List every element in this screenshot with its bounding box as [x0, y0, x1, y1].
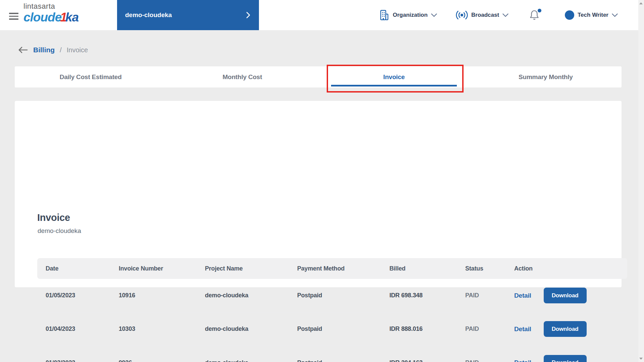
- table-body: 01/05/2023 10916 demo-cloudeka Postpaid …: [37, 279, 627, 362]
- broadcast-label: Broadcast: [471, 12, 499, 18]
- broadcast-menu[interactable]: Broadcast: [456, 0, 508, 30]
- user-menu[interactable]: Tech Writer: [565, 0, 618, 30]
- invoice-card: Invoice demo-cloudeka Date Invoice Numbe…: [15, 101, 622, 287]
- organization-building-icon: [378, 9, 389, 21]
- organization-label: Organization: [393, 12, 428, 18]
- column-header-billed: Billed: [381, 265, 457, 272]
- chevron-down-icon: [612, 13, 618, 17]
- table-header: Date Invoice Number Project Name Payment…: [37, 258, 627, 279]
- cell-invoice-number: 10303: [110, 325, 197, 333]
- cell-status: PAID: [457, 292, 506, 299]
- user-name: Tech Writer: [578, 12, 608, 18]
- broadcast-icon: [456, 10, 468, 20]
- billing-tabs: Daily Cost Estimated Monthly Cost Invoic…: [15, 66, 622, 87]
- detail-link[interactable]: Detail: [514, 292, 531, 299]
- logo-lintasarta-text: lintasarta: [23, 3, 78, 10]
- cell-billed: IDR 698.348: [381, 292, 457, 299]
- menu-icon[interactable]: [9, 13, 18, 20]
- cloudeka-logo: lintasarta cloude1ka: [23, 3, 78, 23]
- project-selector[interactable]: demo-cloudeka: [117, 0, 259, 30]
- tab-invoice[interactable]: Invoice: [318, 66, 470, 87]
- download-button[interactable]: Download: [544, 355, 587, 362]
- cell-date: 01/03/2023: [37, 359, 110, 362]
- cell-status: PAID: [457, 359, 506, 362]
- cell-invoice-number: 10916: [110, 292, 197, 299]
- topbar: lintasarta cloude1ka demo-cloudeka Organ…: [0, 0, 644, 30]
- cell-billed: IDR 888.016: [381, 325, 457, 333]
- tab-monthly-cost[interactable]: Monthly Cost: [166, 66, 318, 87]
- scrollbar[interactable]: [638, 0, 644, 362]
- scrollbar-down-arrow[interactable]: [639, 358, 643, 360]
- cell-payment-method: Postpaid: [289, 292, 381, 299]
- cell-invoice-number: 9926: [110, 359, 197, 362]
- organization-menu[interactable]: Organization: [378, 0, 437, 30]
- chevron-right-icon: [246, 12, 250, 18]
- cell-project-name: demo-cloudeka: [197, 292, 289, 299]
- column-header-invoice-number: Invoice Number: [110, 265, 197, 272]
- back-arrow-icon[interactable]: [17, 46, 28, 54]
- cell-date: 01/04/2023: [37, 325, 110, 333]
- chevron-down-icon: [431, 13, 437, 17]
- breadcrumb-billing-link[interactable]: Billing: [33, 46, 55, 54]
- billing-invoice-page: lintasarta cloude1ka demo-cloudeka Organ…: [0, 0, 644, 362]
- breadcrumb-separator: /: [60, 46, 62, 54]
- project-name: demo-cloudeka: [125, 11, 172, 19]
- tab-daily-cost-estimated[interactable]: Daily Cost Estimated: [15, 66, 166, 87]
- active-tab-underline: [331, 85, 457, 86]
- chevron-down-icon: [502, 13, 508, 17]
- column-header-status: Status: [457, 265, 506, 272]
- column-header-payment-method: Payment Method: [289, 265, 381, 272]
- column-header-action: Action: [506, 265, 627, 272]
- detail-link[interactable]: Detail: [514, 325, 531, 333]
- column-header-project-name: Project Name: [197, 265, 289, 272]
- cell-action: Detail Download: [506, 288, 627, 303]
- detail-link[interactable]: Detail: [514, 359, 531, 362]
- breadcrumb: Billing / Invoice: [17, 46, 88, 54]
- cell-billed: IDR 204.163: [381, 359, 457, 362]
- table-row: 01/05/2023 10916 demo-cloudeka Postpaid …: [37, 279, 627, 312]
- cell-payment-method: Postpaid: [289, 359, 381, 362]
- logo-cloudeka-text: cloude1ka: [23, 11, 78, 23]
- cell-date: 01/05/2023: [37, 292, 110, 299]
- column-header-date: Date: [37, 265, 110, 272]
- download-button[interactable]: Download: [544, 321, 587, 337]
- scrollbar-up-arrow[interactable]: [639, 2, 643, 4]
- download-button[interactable]: Download: [544, 288, 587, 303]
- tab-summary-monthly[interactable]: Summary Monthly: [470, 66, 622, 87]
- cell-payment-method: Postpaid: [289, 325, 381, 333]
- breadcrumb-current: Invoice: [67, 46, 88, 54]
- cell-status: PAID: [457, 325, 506, 333]
- cell-project-name: demo-cloudeka: [197, 325, 289, 333]
- cell-action: Detail Download: [506, 321, 627, 337]
- avatar: [565, 10, 574, 20]
- notifications-button[interactable]: [529, 9, 542, 21]
- table-row: 01/03/2023 9926 demo-cloudeka Postpaid I…: [37, 346, 627, 362]
- table-row: 01/04/2023 10303 demo-cloudeka Postpaid …: [37, 312, 627, 346]
- page-subtitle: demo-cloudeka: [38, 227, 81, 235]
- notification-badge-dot: [538, 9, 541, 12]
- cell-project-name: demo-cloudeka: [197, 359, 289, 362]
- cell-action: Detail Download: [506, 355, 627, 362]
- page-title: Invoice: [37, 212, 70, 223]
